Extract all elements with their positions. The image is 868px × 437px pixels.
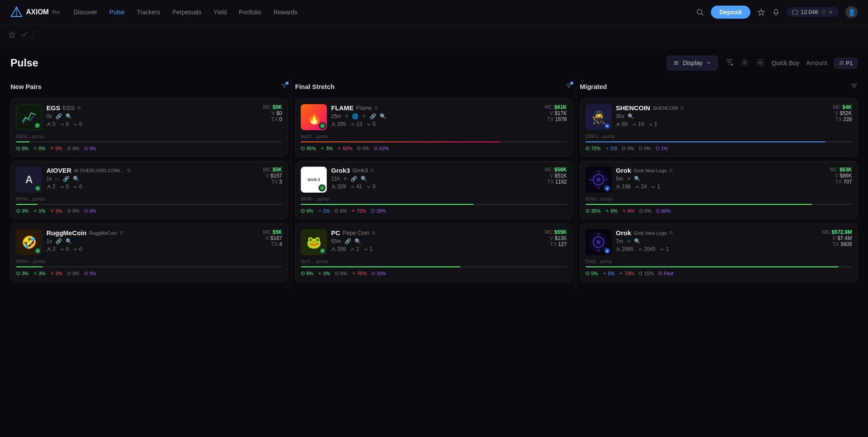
chart-toolbar-button[interactable] [21,31,28,39]
star-icon [757,8,765,16]
card-mc-grok-new: MC $63K V $86K TX 707 [830,167,852,185]
holders-item-aiover: 2 [46,184,56,190]
copy-icon-grok-new[interactable]: ⧉ [669,168,673,173]
nav-portfolio[interactable]: Portfolio [239,9,261,16]
search-icon-pc[interactable]: 🔍 [355,238,361,244]
copy-icon-aiover[interactable]: ⧉ [127,168,131,173]
nav-pulse[interactable]: Pulse [109,9,125,16]
user-button[interactable]: 👤 [845,6,858,18]
card-aiover[interactable]: A ✓ AIOVER AI OVERLORD COIN… ⧉ 1s ▷ 🔗 🔍 [10,161,288,219]
column-filter-new-pairs[interactable] [281,82,288,91]
column-filter-final-stretch[interactable] [566,82,572,91]
search-icon-shencoin[interactable]: 🔍 [628,113,634,119]
tg-icon-flame[interactable]: ✈ [362,113,366,119]
sells-item-pc: 1 [364,246,373,252]
buys-count-grok3: 41 [356,184,362,190]
link-icon-egs[interactable]: 🔗 [56,113,62,119]
x-icon-grok3[interactable]: ✕ [343,176,347,182]
token-img-egs: ✓ [16,104,42,130]
card-mc-pc: MC $55K V $13K TX 127 [545,229,567,247]
x-icon-orok[interactable]: ✕ [627,239,631,244]
stat-shencoin-3: 0% [638,146,651,151]
search-button[interactable] [696,8,704,16]
search-icon-ruggme[interactable]: 🔍 [66,238,72,244]
buys-count-ruggme: 0 [66,246,69,252]
settings-button[interactable] [756,58,765,68]
token-img-aiover: A ✓ [16,167,42,193]
time-orok: 7m [616,238,623,244]
svg-rect-40 [335,272,338,275]
globe-icon-flame[interactable]: 🌐 [352,113,358,119]
token-symbol-shencoin: SHENCOIN [616,104,650,112]
token-img-grok-new: ● [585,167,612,193]
holders-item-shencoin: 65 [616,121,628,127]
sells-count-orok: 1 [666,246,669,252]
search-icon-flame[interactable]: 🔍 [380,113,386,119]
link-icon-aiover[interactable]: 🔗 [63,176,69,182]
search-icon-grok-new[interactable]: 🔍 [634,176,641,182]
time-aiover: 1s [46,176,52,182]
x-icon-flame[interactable]: ✕ [345,114,349,119]
star-button[interactable] [757,8,765,16]
link-icon-pc[interactable]: 🔗 [345,238,351,244]
copy-icon-grok3[interactable]: ⧉ [371,168,374,173]
p1-badge[interactable]: P1 [834,58,858,69]
sell-icon-aiover [73,184,78,189]
stat-aiover-1: 1% [33,208,46,214]
toolbar-divider [33,31,33,40]
holders-item-orok: 2995 [616,246,634,252]
card-grok-new[interactable]: ● Grok Grok New Logo ⧉ 5m ✕ 🔍 [580,161,858,219]
sells-item-grok-new: 1 [651,184,660,190]
link-icon-flame[interactable]: 🔗 [370,113,376,119]
card-pc[interactable]: 🐸 ✓ PC Pepe Coin ⧉ 55m 🔗 🔍 [295,223,572,282]
x-icon-grok-new[interactable]: ✕ [627,176,631,182]
search-icon-egs[interactable]: 🔍 [66,113,72,119]
search-icon-orok[interactable]: 🔍 [634,238,641,244]
copy-icon-ruggme[interactable]: ⧉ [120,230,123,236]
card-progress-fill-grok3 [301,204,473,205]
card-flame[interactable]: 🔥 ✓ FLAME Flame ⧉ 25m ✕ 🌐 ✈ 🔗 [295,99,572,157]
play-icon-aiover[interactable]: ▷ [56,176,59,182]
copy-icon-orok[interactable]: ⧉ [669,230,673,236]
card-shencoin[interactable]: 🥷 ● SHENCOIN SHENCOIN ⧉ 30s 🔍 [580,99,858,157]
nav-rewards[interactable]: Rewards [273,9,297,16]
card-egs[interactable]: ✓ EGS EGS ⧉ 0s 🔗 🔍 [10,99,288,157]
sell-icon-flame [366,122,371,127]
link-icon-grok3[interactable]: 🔗 [351,176,357,182]
card-name-row-grok3: Grok3 Grok3 ⧉ [331,167,540,174]
filter-clear-button[interactable] [725,58,733,68]
copy-icon-flame[interactable]: ⧉ [375,105,378,111]
token-badge-shencoin: ● [604,122,611,129]
column-filter-migrated[interactable] [851,82,858,91]
search-icon-aiover[interactable]: 🔍 [73,176,79,182]
holders-icon-orok [616,247,621,252]
svg-point-35 [302,210,305,213]
card-addr-shencoin: DBR3…pump [585,134,852,139]
svg-point-43 [586,147,589,150]
card-orok[interactable]: ● Orok Grok New Logo ⧉ 7m ✕ 🔍 [580,223,858,282]
nav-yield[interactable]: Yield [214,9,227,16]
sells-item-flame: 0 [366,121,375,127]
link-icon-ruggme[interactable]: 🔗 [56,238,62,244]
star-toolbar-button[interactable] [9,31,16,39]
copy-icon-shencoin[interactable]: ⧉ [681,105,684,111]
nav-trackers[interactable]: Trackers [137,9,160,16]
copy-icon-egs[interactable]: ⧉ [77,105,81,111]
settings-adjust-button[interactable] [740,58,749,68]
stat-pc-3: 76% [352,271,367,276]
nav-perpetuals[interactable]: Perpetuals [172,9,201,16]
card-name-row-orok: Orok Grok New Logo ⧉ [616,229,818,237]
card-grok3[interactable]: Grok 3 ✓ Grok3 Grok3 ⧉ 21h ✕ 🔗 🔍 [295,161,572,219]
card-links-egs: 0s 🔗 🔍 [46,113,259,119]
copy-icon-pc[interactable]: ⧉ [372,230,375,236]
card-ruggme[interactable]: 🤣 ✓ RuggMeCoin RuggMeCoin ⧉ 1s 🔗 🔍 [10,223,288,282]
card-progress-grok3 [301,204,567,205]
search-icon-grok3[interactable]: 🔍 [361,176,367,182]
nav-discover[interactable]: Discover [74,9,97,16]
sells-count-aiover: 0 [79,184,82,190]
display-button[interactable]: Display [667,56,718,70]
buys-item-pc: 2 [350,246,359,252]
deposit-button[interactable]: Deposit [711,6,750,19]
holders-icon-grok-new [616,184,621,189]
bell-button[interactable] [772,8,780,16]
